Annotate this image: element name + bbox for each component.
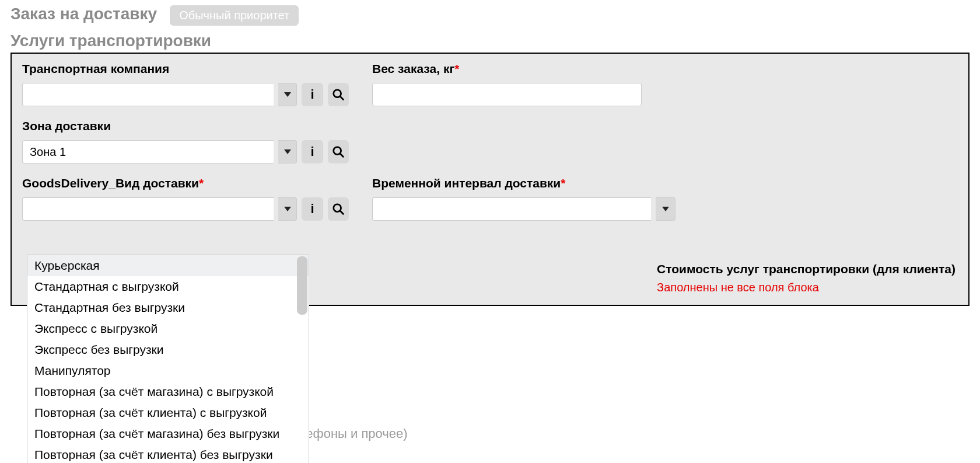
info-icon: i: [311, 201, 314, 217]
dropdown-option[interactable]: Повторная (за счёт клиента) без выгрузки: [27, 444, 309, 463]
label-time-interval: Временной интервал доставки*: [372, 176, 676, 190]
transport-services-panel: Транспортная компания i Вес заказа, кг*: [10, 53, 970, 306]
chevron-down-icon: [284, 149, 291, 154]
info-icon: i: [311, 87, 314, 102]
label-delivery-zone: Зона доставки: [22, 119, 349, 133]
dropdown-option[interactable]: Курьерская: [27, 255, 309, 276]
delivery-zone-input[interactable]: [22, 140, 274, 163]
svg-point-4: [334, 204, 341, 212]
delivery-zone-dropdown-toggle[interactable]: [278, 140, 298, 163]
time-interval-input[interactable]: [372, 197, 651, 221]
svg-line-3: [340, 154, 344, 157]
dropdown-option[interactable]: Стандартная с выгрузкой: [27, 276, 309, 297]
chevron-down-icon: [284, 92, 291, 97]
svg-line-5: [340, 211, 344, 214]
dropdown-option[interactable]: Повторная (за счёт магазина) без выгрузк…: [27, 423, 309, 444]
dropdown-option[interactable]: Экспресс с выгрузкой: [27, 318, 309, 339]
search-icon: [332, 203, 345, 215]
cost-error-message: Заполнены не все поля блока: [657, 281, 956, 294]
priority-button[interactable]: Обычный приоритет: [170, 5, 299, 26]
chevron-down-icon: [662, 207, 669, 211]
order-weight-input[interactable]: [372, 83, 642, 106]
svg-point-2: [334, 147, 341, 155]
dropdown-option[interactable]: Манипулятор: [27, 360, 309, 381]
cost-title: Стоимость услуг транспортировки (для кли…: [657, 262, 956, 276]
delivery-type-info-button[interactable]: i: [302, 197, 323, 221]
search-icon: [332, 88, 345, 101]
dropdown-option[interactable]: Стандартная без выгрузки: [27, 297, 309, 318]
section-title-transport-services: Услуги транспортировки: [10, 32, 970, 50]
delivery-type-dropdown-toggle[interactable]: [278, 197, 298, 221]
label-order-weight: Вес заказа, кг*: [372, 62, 676, 76]
time-interval-dropdown-toggle[interactable]: [656, 197, 676, 221]
svg-point-0: [334, 90, 341, 98]
chevron-down-icon: [284, 207, 291, 211]
breadcrumb-delivery-order: Заказ на доставку: [10, 5, 157, 23]
transport-company-input[interactable]: [22, 83, 274, 106]
transport-company-dropdown-toggle[interactable]: [278, 83, 298, 106]
delivery-type-search-button[interactable]: [328, 197, 349, 221]
transport-company-info-button[interactable]: i: [302, 83, 323, 106]
delivery-type-dropdown-list: КурьерскаяСтандартная с выгрузкойСтандар…: [27, 255, 309, 463]
label-transport-company: Транспортная компания: [22, 62, 349, 76]
label-delivery-type: GoodsDelivery_Вид доставки*: [22, 176, 349, 190]
dropdown-option[interactable]: Экспресс без выгрузки: [27, 339, 309, 360]
svg-line-1: [340, 96, 344, 100]
delivery-zone-info-button[interactable]: i: [302, 140, 323, 163]
dropdown-option[interactable]: Повторная (за счёт магазина) с выгрузкой: [27, 381, 309, 402]
scrollbar-thumb[interactable]: [297, 256, 307, 315]
delivery-zone-search-button[interactable]: [328, 140, 349, 163]
dropdown-option[interactable]: Повторная (за счёт клиента) с выгрузкой: [27, 402, 309, 423]
info-icon: i: [311, 144, 314, 159]
delivery-type-input[interactable]: [22, 197, 274, 221]
transport-company-search-button[interactable]: [328, 83, 349, 106]
search-icon: [332, 145, 345, 158]
